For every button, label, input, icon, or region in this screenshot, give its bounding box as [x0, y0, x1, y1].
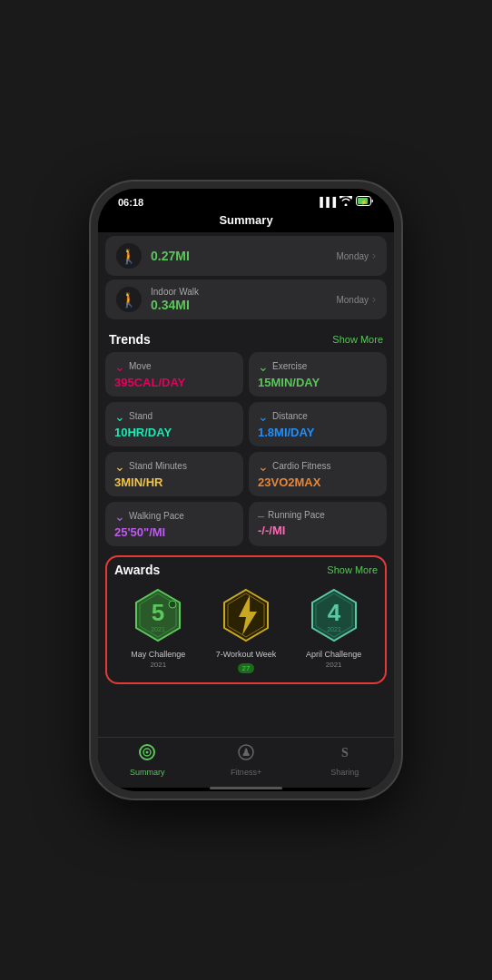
cardio-label: Cardio Fitness	[272, 461, 330, 471]
walk-icon-2: 🚶	[116, 287, 142, 312]
svg-text:5: 5	[152, 599, 164, 626]
trend-stand-minutes[interactable]: ⌄ Stand Minutes 3MIN/HR	[105, 452, 243, 496]
battery-icon: ⚡	[356, 196, 374, 208]
distance-label: Distance	[272, 411, 308, 421]
move-label: Move	[129, 361, 151, 371]
chevron-icon-1: ›	[372, 250, 376, 262]
cardio-value: 23VO2MAX	[258, 475, 378, 489]
exercise-label: Exercise	[272, 361, 307, 371]
move-value: 395CAL/DAY	[114, 376, 234, 389]
awards-section: Awards Show More 5	[105, 555, 387, 684]
svg-text:♟: ♟	[241, 747, 251, 758]
svg-text:2021: 2021	[327, 626, 341, 632]
stand-min-value: 3MIN/HR	[114, 475, 234, 489]
tab-sharing[interactable]: S Sharing	[295, 743, 394, 777]
stand-arrow: ⌄	[114, 409, 125, 424]
trend-cardio[interactable]: ⌄ Cardio Fitness 23VO2MAX	[249, 452, 387, 496]
run-pace-value: -/-/MI	[258, 524, 378, 537]
svg-text:4: 4	[327, 599, 340, 626]
run-pace-label: Running Pace	[268, 510, 325, 520]
april-badge: 4 2021	[305, 586, 363, 644]
trends-header: Trends Show More	[98, 323, 394, 352]
walk-pace-label: Walking Pace	[129, 511, 184, 521]
walk-icon-1: 🚶	[116, 243, 142, 269]
cardio-arrow: ⌄	[258, 459, 269, 474]
tab-summary[interactable]: Summary	[98, 743, 197, 777]
may-award-year: 2021	[150, 661, 166, 669]
exercise-value: 15MIN/DAY	[258, 376, 378, 389]
chevron-icon-2: ›	[372, 293, 376, 306]
tab-fitness-plus[interactable]: ♟ Fitness+	[197, 743, 296, 777]
run-pace-arrow: ─	[258, 512, 264, 522]
activity-day-2: Monday	[336, 295, 369, 305]
trends-title: Trends	[109, 332, 151, 347]
status-icons: ▐▐▐ ⚡	[317, 196, 374, 208]
svg-text:S: S	[341, 746, 349, 760]
signal-icon: ▐▐▐	[317, 197, 336, 207]
svg-text:⚡: ⚡	[360, 199, 368, 206]
activity-value-2: 0.34MI	[151, 298, 327, 312]
svg-point-7	[169, 601, 176, 608]
awards-show-more[interactable]: Show More	[327, 564, 378, 575]
walk-pace-value: 25'50"/MI	[114, 525, 234, 539]
stand-label: Stand	[129, 411, 153, 421]
stand-min-label: Stand Minutes	[129, 461, 187, 471]
workout-badge	[217, 586, 275, 644]
walk-pace-arrow: ⌄	[114, 509, 125, 524]
exercise-arrow: ⌄	[258, 359, 269, 374]
award-april[interactable]: 4 2021 April Challenge 2021	[298, 586, 370, 669]
awards-header: Awards Show More	[114, 563, 378, 577]
may-badge: 5 2021	[129, 586, 187, 644]
wifi-icon	[339, 196, 352, 208]
summary-tab-label: Summary	[130, 768, 165, 777]
award-may[interactable]: 5 2021 May Challenge 2021	[122, 586, 194, 669]
home-bar	[210, 787, 282, 789]
status-time: 06:18	[118, 197, 143, 208]
phone-screen: 06:18 ▐▐▐ ⚡ Summary	[98, 189, 394, 791]
fitness-tab-icon: ♟	[237, 743, 255, 766]
trend-stand[interactable]: ⌄ Stand 10HR/DAY	[105, 402, 243, 446]
sharing-tab-label: Sharing	[330, 768, 359, 777]
trends-grid: ⌄ Move 395CAL/DAY ⌄ Exercise 15MIN/DAY	[98, 352, 394, 552]
awards-row: 5 2021 May Challenge 2021	[114, 586, 378, 673]
activity-value-1: 0.27MI	[151, 249, 327, 263]
trends-show-more[interactable]: Show More	[332, 334, 383, 345]
nav-title: Summary	[98, 211, 394, 232]
svg-text:2021: 2021	[152, 626, 166, 632]
summary-tab-icon	[138, 743, 156, 766]
activity-info-2: Indoor Walk 0.34MI	[151, 287, 327, 312]
sharing-tab-icon: S	[336, 743, 354, 766]
trend-running-pace[interactable]: ─ Running Pace -/-/MI	[249, 502, 387, 546]
workout-award-count: 27	[238, 663, 255, 673]
phone-frame: 06:18 ▐▐▐ ⚡ Summary	[91, 181, 401, 799]
april-award-name: April Challenge	[306, 650, 361, 661]
may-award-name: May Challenge	[131, 650, 185, 661]
stand-value: 10HR/DAY	[114, 426, 234, 439]
stand-min-arrow: ⌄	[114, 459, 125, 474]
workout-award-name: 7-Workout Week	[216, 650, 277, 661]
notch	[201, 189, 291, 207]
trend-distance[interactable]: ⌄ Distance 1.8MI/DAY	[249, 402, 387, 446]
activity-label-2: Indoor Walk	[151, 287, 327, 297]
awards-title: Awards	[114, 563, 160, 577]
activity-info-1: 0.27MI	[151, 249, 327, 263]
trend-exercise[interactable]: ⌄ Exercise 15MIN/DAY	[249, 352, 387, 397]
home-indicator	[98, 788, 394, 791]
april-award-year: 2021	[326, 661, 342, 669]
distance-value: 1.8MI/DAY	[258, 426, 378, 439]
activity-row-indoor-walk[interactable]: 🚶 Indoor Walk 0.34MI Monday ›	[105, 279, 387, 319]
distance-arrow: ⌄	[258, 409, 269, 424]
activity-row-walk1[interactable]: 🚶 0.27MI Monday ›	[105, 236, 387, 276]
trend-walking-pace[interactable]: ⌄ Walking Pace 25'50"/MI	[105, 502, 243, 546]
svg-point-16	[146, 751, 149, 754]
tab-bar: Summary ♟ Fitness+ S Sharing	[98, 737, 394, 788]
trend-move[interactable]: ⌄ Move 395CAL/DAY	[105, 352, 243, 397]
fitness-tab-label: Fitness+	[231, 768, 261, 777]
move-arrow: ⌄	[114, 359, 125, 374]
award-workout[interactable]: 7-Workout Week 27	[210, 586, 282, 673]
activity-day-1: Monday	[336, 251, 369, 261]
scroll-content[interactable]: 🚶 0.27MI Monday › 🚶 Indoor Walk 0.34MI M…	[98, 232, 394, 737]
